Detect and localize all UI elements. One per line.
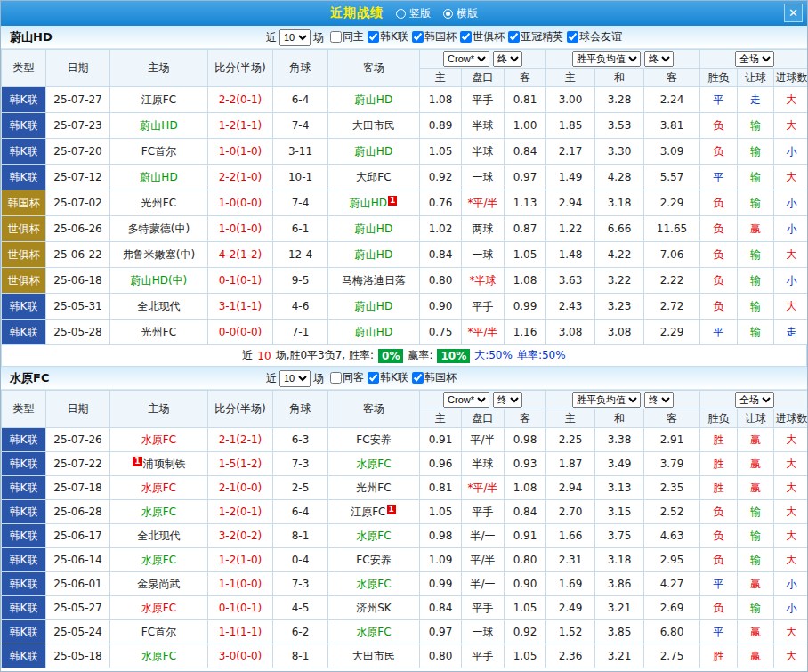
filter-checkbox[interactable]: 同主 xyxy=(330,29,364,45)
eu-draw-cell: 4.28 xyxy=(595,165,644,190)
eu-home-cell: 2.94 xyxy=(546,190,595,216)
home-team-cell: 光州FC xyxy=(110,190,208,216)
bookmaker-select[interactable]: Crow* xyxy=(443,51,489,67)
handicap-result-cell: 赢 xyxy=(738,644,774,668)
match-row: 韩国杯25-07-02光州FC1-0(0-0)7-4蔚山HD10.76*平/半1… xyxy=(2,190,808,216)
radio-vertical-layout[interactable]: 竖版 xyxy=(396,6,431,21)
close-icon: ✕ xyxy=(788,6,798,20)
odds-away-cell: 1.00 xyxy=(505,113,546,139)
col-h-home: 主 xyxy=(420,409,462,428)
home-team-cell: 水原FC xyxy=(110,644,208,668)
eu-home-cell: 3.00 xyxy=(546,87,595,113)
date-cell: 25-05-24 xyxy=(46,620,110,644)
summary-text: 场,胜0平3负7, 胜率: xyxy=(276,348,374,363)
odds-away-cell: 0.84 xyxy=(505,139,546,165)
eu-draw-cell: 3.53 xyxy=(595,113,644,139)
match-row: 韩K联25-06-17全北现代3-2(0-2)8-1水原FC0.98半/一0.9… xyxy=(2,524,808,548)
close-button[interactable]: ✕ xyxy=(784,4,803,22)
checkbox-input[interactable] xyxy=(460,31,472,43)
home-team-cell: 全北现代 xyxy=(110,294,208,320)
league-cell: 韩K联 xyxy=(2,476,46,500)
col-h-away: 客 xyxy=(505,409,546,428)
checkbox-input[interactable] xyxy=(412,31,424,43)
eu-draw-cell: 3.15 xyxy=(595,500,644,524)
handicap-cell: 两球 xyxy=(462,216,505,242)
scope-select[interactable]: 全场 xyxy=(735,392,774,408)
goals-result-cell: 大 xyxy=(774,428,808,452)
odds-away-cell: 0.97 xyxy=(505,165,546,190)
radio-vertical-label: 竖版 xyxy=(409,6,431,21)
europe-final-select[interactable]: 终 xyxy=(644,392,674,408)
handicap-final-select[interactable]: 终 xyxy=(493,392,522,408)
eu-draw-cell: 3.23 xyxy=(595,294,644,320)
handicap-cell: 平手 xyxy=(462,500,505,524)
team-name: 蔚山HD xyxy=(355,248,392,261)
result-cell: 负 xyxy=(700,500,738,524)
checkbox-input[interactable] xyxy=(330,31,342,43)
handicap-cell: 平手 xyxy=(462,644,505,668)
team-name: 江原FC xyxy=(351,506,385,518)
red-card-badge: 1 xyxy=(388,196,397,206)
eu-home-cell: 1.85 xyxy=(546,113,595,139)
europe-odds-select[interactable]: 胜平负均值 xyxy=(572,51,641,67)
checkbox-input[interactable] xyxy=(412,372,424,384)
filter-checkbox[interactable]: 韩国杯 xyxy=(412,370,457,385)
league-cell: 韩K联 xyxy=(2,620,46,644)
corners-cell: 6-4 xyxy=(273,500,328,524)
match-count-select[interactable]: 10 xyxy=(279,370,311,387)
col-date: 日期 xyxy=(46,50,110,87)
scope-select[interactable]: 全场 xyxy=(735,51,774,67)
bookmaker-select[interactable]: Crow* xyxy=(443,392,489,408)
handicap-result-cell: 赢 xyxy=(738,620,774,644)
filter-checkbox[interactable]: 球会友谊 xyxy=(567,29,622,45)
filter-checkbox[interactable]: 亚冠精英 xyxy=(508,29,563,45)
filter-checkbox[interactable]: 同客 xyxy=(330,370,364,385)
team-name: 全北现代 xyxy=(138,300,181,312)
filter-checkbox[interactable]: 韩国杯 xyxy=(412,29,457,45)
filter-checkbox[interactable]: 韩K联 xyxy=(368,29,408,45)
odds-away-cell: 0.93 xyxy=(505,452,546,476)
europe-final-select[interactable]: 终 xyxy=(644,51,674,67)
goals-result-cell: 大 xyxy=(774,87,808,113)
odds-home-cell: 0.84 xyxy=(420,596,462,620)
score-cell: 2-2(0-1) xyxy=(208,87,273,113)
corners-cell: 8-1 xyxy=(273,524,328,548)
league-cell: 韩K联 xyxy=(2,644,46,668)
date-cell: 25-05-27 xyxy=(46,596,110,620)
handicap-result-cell: 输 xyxy=(738,113,774,139)
filter-checkbox[interactable]: 世俱杯 xyxy=(460,29,505,45)
team-title: 蔚山HD xyxy=(10,29,53,45)
checkbox-input[interactable] xyxy=(508,31,520,43)
match-count-select[interactable]: 10 xyxy=(279,29,311,46)
match-row: 韩K联25-06-14水原FC1-2(1-0)0-4FC安养1.09平/半0.8… xyxy=(2,548,808,572)
match-row: 韩K联25-05-27水原FC0-1(0-1)4-5济州SK0.84平手1.05… xyxy=(2,596,808,620)
home-team-cell: 1浦项制铁 xyxy=(110,452,208,476)
checkbox-input[interactable] xyxy=(368,372,379,384)
eu-home-cell: 1.66 xyxy=(546,524,595,548)
europe-odds-select[interactable]: 胜平负均值 xyxy=(572,392,641,408)
handicap-cell: *平/半 xyxy=(462,320,505,345)
radio-icon[interactable] xyxy=(396,9,406,19)
team-name: 蔚山HD xyxy=(140,171,177,183)
away-team-cell: 蔚山HD xyxy=(328,294,420,320)
radio-horizontal-layout[interactable]: 横版 xyxy=(443,6,478,21)
eu-away-cell: 4.63 xyxy=(644,524,700,548)
handicap-result-cell: 赢 xyxy=(738,428,774,452)
filter-checkbox[interactable]: 韩K联 xyxy=(368,370,408,385)
away-team-cell: 蔚山HD xyxy=(328,320,420,345)
team-name: 水原FC xyxy=(141,554,176,566)
away-team-cell: 水原FC xyxy=(328,572,420,596)
checkbox-input[interactable] xyxy=(368,31,379,43)
col-e-draw: 和 xyxy=(595,409,644,428)
suwon-results-table: 类型 日期 主场 比分(半场) 角球 客场 Crow* 终 胜平负均值 终 全场 xyxy=(1,390,808,668)
league-cell: 韩K联 xyxy=(2,572,46,596)
score-cell: 0-1(0-1) xyxy=(208,596,273,620)
odds-away-cell: 1.05 xyxy=(505,644,546,668)
checkbox-input[interactable] xyxy=(330,372,342,384)
corners-cell: 6-1 xyxy=(273,216,328,242)
radio-selected-icon[interactable] xyxy=(443,9,453,19)
handicap-final-select[interactable]: 终 xyxy=(493,51,522,67)
corners-cell: 2-5 xyxy=(273,476,328,500)
col-type: 类型 xyxy=(2,50,46,87)
checkbox-input[interactable] xyxy=(567,31,578,43)
